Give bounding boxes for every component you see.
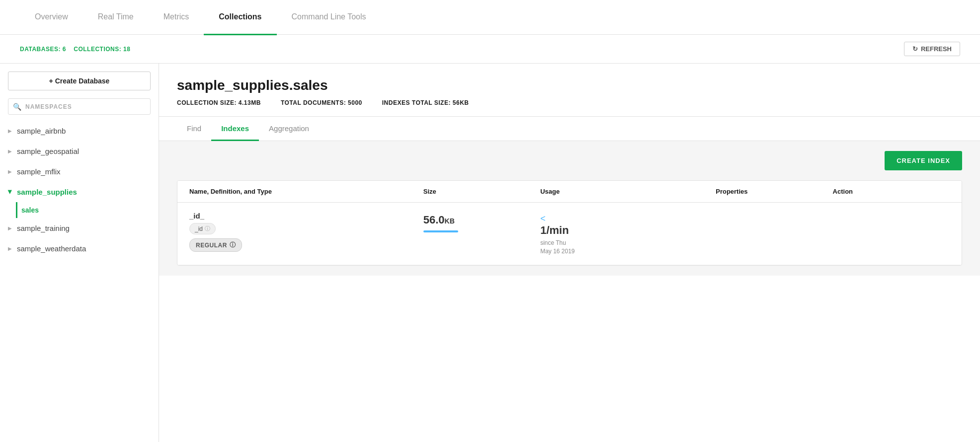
- tab-aggregation[interactable]: Aggregation: [259, 117, 319, 141]
- col-head-properties: Properties: [716, 188, 832, 195]
- sidebar-item-sample-weatherdata[interactable]: ▶ sample_weatherdata: [0, 238, 159, 259]
- col-head-size: Size: [423, 188, 540, 195]
- stats-bar: DATABASES: 6 COLLECTIONS: 18 ↻ REFRESH: [0, 35, 980, 64]
- stats-text: DATABASES: 6 COLLECTIONS: 18: [20, 46, 130, 53]
- size-unit: KB: [445, 217, 455, 225]
- collection-list-sample-supplies: sales: [0, 202, 159, 218]
- sidebar-item-sample-geospatial[interactable]: ▶ sample_geospatial: [0, 141, 159, 161]
- tab-find[interactable]: Find: [177, 117, 211, 141]
- index-usage-col: < 1/min since ThuMay 16 2019: [540, 212, 716, 256]
- info-icon: ⓘ: [230, 241, 236, 249]
- content-area: sample_supplies.sales COLLECTION SIZE: 4…: [159, 64, 980, 442]
- total-docs-label: TOTAL DOCUMENTS:: [281, 99, 346, 106]
- top-nav: Overview Real Time Metrics Collections C…: [0, 0, 980, 35]
- table-row: _id_ _id ⓘ REGULAR ⓘ 56.0KB: [177, 203, 962, 265]
- usage-rate-value: 1/min: [540, 224, 569, 236]
- indexes-size-meta: INDEXES TOTAL SIZE: 56KB: [382, 99, 469, 106]
- collections-count: 18: [123, 46, 130, 53]
- chevron-right-icon: ▶: [8, 128, 12, 134]
- collection-meta: COLLECTION SIZE: 4.13MB TOTAL DOCUMENTS:…: [177, 99, 962, 106]
- collection-size-meta: COLLECTION SIZE: 4.13MB: [177, 99, 261, 106]
- index-type-badge: REGULAR ⓘ: [189, 238, 242, 252]
- chevron-right-icon: ▶: [8, 225, 12, 231]
- index-name-col: _id_ _id ⓘ REGULAR ⓘ: [189, 212, 423, 252]
- namespace-search-input[interactable]: [8, 98, 151, 115]
- databases-count: 6: [63, 46, 66, 53]
- info-icon: ⓘ: [205, 225, 210, 232]
- db-label: sample_weatherdata: [17, 244, 86, 253]
- collection-header: sample_supplies.sales COLLECTION SIZE: 4…: [159, 64, 980, 117]
- index-field-tag: _id ⓘ: [189, 223, 216, 234]
- index-type-label: REGULAR: [196, 242, 227, 249]
- collections-label: COLLECTIONS:: [74, 46, 121, 53]
- sidebar-item-sales[interactable]: sales: [16, 202, 159, 218]
- total-docs-value: 5000: [348, 99, 362, 106]
- tab-metrics[interactable]: Metrics: [149, 0, 204, 35]
- db-label: sample_mflix: [17, 167, 61, 176]
- size-value: 56.0: [423, 214, 445, 226]
- index-table-header: Name, Definition, and Type Size Usage Pr…: [177, 181, 962, 203]
- index-action-col: [833, 212, 950, 216]
- size-bar: [423, 230, 458, 232]
- total-docs-meta: TOTAL DOCUMENTS: 5000: [281, 99, 362, 106]
- namespace-search-wrap: 🔍: [8, 98, 151, 115]
- refresh-label: REFRESH: [921, 45, 952, 53]
- index-name: _id_: [189, 212, 423, 220]
- sidebar-item-sample-airbnb[interactable]: ▶ sample_airbnb: [0, 121, 159, 141]
- create-database-button[interactable]: + Create Database: [8, 72, 151, 90]
- sub-tabs: Find Indexes Aggregation: [159, 117, 980, 141]
- index-field-label: _id: [195, 225, 203, 232]
- indexes-size-value: 56KB: [453, 99, 469, 106]
- tab-overview[interactable]: Overview: [20, 0, 83, 35]
- search-icon: 🔍: [13, 103, 21, 111]
- db-label: sample_geospatial: [17, 147, 79, 155]
- usage-rate: 1/min: [540, 224, 716, 237]
- indexes-panel: CREATE INDEX Name, Definition, and Type …: [159, 141, 980, 276]
- index-size-col: 56.0KB: [423, 212, 540, 232]
- tab-indexes[interactable]: Indexes: [211, 117, 259, 141]
- sidebar-item-sample-mflix[interactable]: ▶ sample_mflix: [0, 161, 159, 182]
- chevron-right-icon: ▶: [8, 148, 12, 154]
- col-head-usage: Usage: [540, 188, 716, 195]
- sidebar-item-sample-supplies[interactable]: ▶ sample_supplies: [0, 182, 159, 202]
- indexes-size-label: INDEXES TOTAL SIZE:: [382, 99, 451, 106]
- tab-realtime[interactable]: Real Time: [83, 0, 149, 35]
- col-head-action: Action: [833, 188, 950, 195]
- usage-since: since ThuMay 16 2019: [540, 239, 716, 256]
- chevron-right-icon: ▶: [8, 246, 12, 251]
- usage-lt: <: [540, 214, 716, 224]
- sidebar-item-sample-training[interactable]: ▶ sample_training: [0, 218, 159, 238]
- chevron-right-icon: ▶: [8, 169, 12, 174]
- index-properties-col: [716, 212, 832, 216]
- databases-label: DATABASES:: [20, 46, 61, 53]
- db-label: sample_training: [17, 224, 70, 232]
- collection-size-value: 4.13MB: [239, 99, 261, 106]
- tab-collections[interactable]: Collections: [204, 0, 276, 35]
- create-index-btn-wrap: CREATE INDEX: [177, 151, 962, 170]
- collection-size-label: COLLECTION SIZE:: [177, 99, 237, 106]
- db-label: sample_supplies: [17, 188, 77, 196]
- col-head-name: Name, Definition, and Type: [189, 188, 423, 195]
- index-table: Name, Definition, and Type Size Usage Pr…: [177, 180, 962, 266]
- db-label: sample_airbnb: [17, 127, 66, 135]
- refresh-button[interactable]: ↻ REFRESH: [904, 42, 960, 56]
- main-layout: + Create Database 🔍 ▶ sample_airbnb ▶ sa…: [0, 64, 980, 442]
- sidebar: + Create Database 🔍 ▶ sample_airbnb ▶ sa…: [0, 64, 159, 442]
- collection-title: sample_supplies.sales: [177, 77, 962, 93]
- refresh-icon: ↻: [912, 45, 918, 53]
- chevron-down-icon: ▶: [7, 190, 13, 194]
- database-list: ▶ sample_airbnb ▶ sample_geospatial ▶ sa…: [0, 121, 159, 442]
- create-index-button[interactable]: CREATE INDEX: [885, 151, 962, 170]
- tab-commandline[interactable]: Command Line Tools: [277, 0, 381, 35]
